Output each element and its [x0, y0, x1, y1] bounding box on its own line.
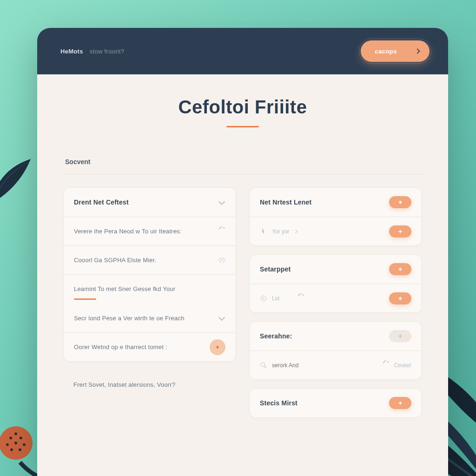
leaf-decoration	[0, 153, 42, 209]
list-item-label: Verere ihe Pera Neod w To uir Iteatres:	[74, 228, 182, 235]
right-card-stecis: Stecis Mirst +	[249, 388, 422, 418]
pencil-icon	[382, 362, 390, 369]
add-pill-button[interactable]: +	[389, 397, 411, 409]
svg-point-6	[10, 449, 13, 451]
search-input[interactable]	[272, 362, 328, 369]
left-panel-title: Drent Net Ceftest	[74, 198, 129, 206]
section-label: Socvent	[63, 145, 422, 174]
svg-point-4	[6, 443, 9, 446]
header-cta-button[interactable]: cacops	[361, 40, 430, 62]
list-item-label: Cooorl Ga SGPHA Elste Mier.	[74, 257, 156, 264]
title-block: Cefoltoi Friiite	[37, 74, 448, 136]
card-title: Stecis Mirst	[260, 399, 298, 407]
header-sub: stow froorit?	[90, 48, 125, 55]
svg-point-7	[19, 449, 21, 451]
header-cta-label: cacops	[375, 48, 397, 55]
add-pill-button[interactable]: +	[389, 330, 411, 342]
target-icon	[260, 295, 267, 302]
add-pill-button[interactable]: +	[389, 292, 411, 304]
list-item[interactable]: Verere ihe Pera Neod w To uir Iteatres:	[64, 217, 236, 245]
left-panel-header[interactable]: Drent Net Ceftest	[64, 188, 236, 217]
add-pill-button[interactable]: +	[389, 196, 411, 208]
header-breadcrumb: HeMots stow froorit?	[60, 48, 124, 55]
add-circle-button[interactable]: +	[210, 339, 225, 355]
card-title: Setarppet	[260, 265, 291, 273]
list-item-label: Leamint To met Sner Gesse fkd Your	[74, 285, 175, 292]
chevron-down-icon	[218, 314, 225, 322]
list-item[interactable]: Cooorl Ga SGPHA Elste Mier.	[64, 245, 236, 274]
list-item[interactable]: Secr lond Pese a Ver wirth te oe Freach	[64, 304, 236, 332]
right-card-seerahne: Seerahne: + Ceske!	[249, 321, 422, 380]
heart-icon	[218, 257, 225, 264]
card-header: Setarppet +	[250, 255, 422, 284]
app-card: HeMots stow froorit? cacops Cefoltoi Fri…	[37, 28, 448, 476]
svg-point-5	[23, 443, 26, 446]
list-item[interactable]: Oorer Wetnd op e tharrect tomet : +	[64, 332, 236, 361]
card-title: Seerahne:	[260, 332, 292, 340]
add-pill-button[interactable]: +	[389, 263, 411, 275]
left-panel: Drent Net Ceftest Verere ihe Pera Neod w…	[63, 187, 236, 362]
chevron-right-icon	[293, 229, 297, 233]
right-card-lenet: Net Nrtest Lenet + Yor yor +	[249, 187, 422, 246]
card-header: Stecis Mirst +	[250, 389, 422, 417]
row-label: Lst	[272, 295, 279, 302]
card-header: Seerahne: +	[250, 322, 422, 350]
svg-point-0	[0, 426, 33, 460]
card-title: Net Nrtest Lenet	[260, 198, 311, 206]
search-action[interactable]: Ceske!	[382, 362, 411, 369]
pencil-icon	[218, 228, 225, 235]
chevron-down-icon	[218, 198, 225, 206]
chevron-right-icon	[415, 48, 420, 53]
pencil-icon	[297, 295, 304, 302]
title-underline	[226, 126, 259, 127]
svg-point-1	[9, 436, 12, 439]
search-row: Ceske!	[250, 350, 422, 379]
svg-point-8	[14, 432, 17, 435]
card-row[interactable]: Lst +	[250, 284, 422, 312]
svg-point-3	[14, 442, 17, 444]
list-item-label: Oorer Wetnd op e tharrect tomet :	[74, 344, 167, 350]
bolt-icon	[260, 228, 267, 235]
search-icon	[260, 362, 267, 369]
hint-text: Yor yor	[272, 228, 290, 235]
add-pill-button[interactable]: +	[389, 225, 411, 238]
brand: HeMots	[60, 48, 83, 55]
action-label: Ceske!	[394, 362, 411, 369]
card-hint-row[interactable]: Yor yor +	[250, 217, 422, 245]
left-footer-label: Frert Sovet, Inatset alersions, Voorr?	[73, 381, 175, 388]
card-header: Net Nrtest Lenet +	[250, 188, 422, 217]
page-title: Cefoltoi Friiite	[37, 97, 448, 118]
list-item-label: Secr lond Pese a Ver wirth te oe Freach	[74, 315, 185, 322]
active-underline	[74, 298, 96, 300]
right-card-setarppet: Setarppet + Lst +	[249, 254, 422, 313]
header: HeMots stow froorit? cacops	[37, 28, 448, 74]
left-footer-row: Frert Sovet, Inatset alersions, Voorr?	[63, 370, 236, 399]
svg-point-2	[20, 436, 22, 439]
